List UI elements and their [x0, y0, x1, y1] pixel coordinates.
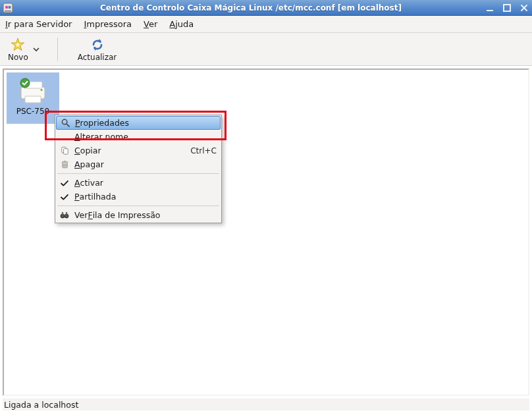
menubar: Ir para Servidor Impressora Ver Ajuda — [0, 16, 532, 33]
app-icon — [3, 3, 13, 13]
magnifier-icon — [59, 118, 71, 128]
svg-rect-20 — [63, 215, 66, 216]
ctx-properties[interactable]: Propriedades — [56, 116, 221, 130]
ctx-copy-accel: Ctrl+C — [190, 146, 217, 155]
ctx-shared[interactable]: Partilhada — [56, 190, 221, 204]
ctx-separator — [57, 206, 219, 206]
trash-icon — [59, 159, 70, 170]
svg-point-12 — [62, 119, 67, 124]
svg-rect-4 — [487, 10, 493, 11]
toolbar-new-label: Novo — [8, 53, 28, 62]
ctx-view-queue[interactable]: Ver Fila de Impressão — [56, 208, 221, 222]
copy-icon — [59, 146, 70, 156]
svg-rect-5 — [504, 5, 510, 11]
svg-point-11 — [20, 78, 30, 88]
maximize-button[interactable] — [502, 3, 512, 13]
toolbar-refresh-label: Actualizar — [78, 53, 117, 62]
svg-rect-21 — [62, 212, 63, 215]
minimize-button[interactable] — [485, 3, 495, 13]
refresh-icon — [88, 37, 107, 53]
binoculars-icon — [59, 210, 70, 221]
ctx-copy[interactable]: Copiar Ctrl+C — [56, 144, 221, 157]
printer-item[interactable]: PSC-750 — [7, 72, 59, 124]
window-title: Centro de Controlo Caixa Mágica Linux /e… — [17, 3, 485, 13]
svg-rect-3 — [5, 11, 11, 12]
svg-rect-14 — [63, 149, 68, 154]
menu-printer[interactable]: Impressora — [82, 18, 133, 30]
svg-rect-22 — [66, 212, 67, 215]
blank-icon — [59, 132, 70, 142]
close-button[interactable] — [519, 3, 529, 13]
content-area: PSC-750 Propriedades Alterar nome — [3, 69, 529, 396]
printer-icon — [17, 76, 49, 105]
ctx-delete[interactable]: Apagar — [56, 157, 221, 171]
menu-go-to-server[interactable]: Ir para Servidor — [4, 18, 73, 30]
svg-rect-17 — [63, 161, 66, 162]
svg-point-10 — [40, 89, 42, 91]
chevron-down-icon — [33, 46, 40, 53]
statusbar-text: Ligada a localhost — [4, 400, 78, 410]
statusbar: Ligada a localhost — [3, 399, 529, 410]
svg-rect-9 — [25, 96, 41, 103]
printer-item-label: PSC-750 — [16, 107, 49, 116]
toolbar-separator — [57, 38, 58, 61]
svg-point-6 — [16, 43, 20, 46]
check-icon — [59, 192, 70, 202]
toolbar-new-button[interactable]: Novo — [5, 36, 31, 63]
ctx-rename[interactable]: Alterar nome — [56, 130, 221, 144]
menu-help[interactable]: Ajuda — [168, 18, 195, 30]
check-icon — [59, 178, 70, 188]
new-star-icon — [9, 37, 27, 53]
svg-point-2 — [8, 5, 11, 8]
ctx-separator — [57, 173, 219, 174]
context-menu: Propriedades Alterar nome Copiar Ctrl+C — [55, 115, 222, 223]
menu-view[interactable]: Ver — [142, 18, 159, 30]
toolbar: Novo Actualizar — [0, 33, 532, 66]
ctx-activate[interactable]: Activar — [56, 176, 221, 190]
toolbar-new-dropdown[interactable] — [32, 36, 40, 63]
window-titlebar: Centro de Controlo Caixa Mágica Linux /e… — [0, 0, 532, 16]
svg-point-1 — [5, 5, 8, 8]
toolbar-refresh-button[interactable]: Actualizar — [75, 36, 120, 63]
